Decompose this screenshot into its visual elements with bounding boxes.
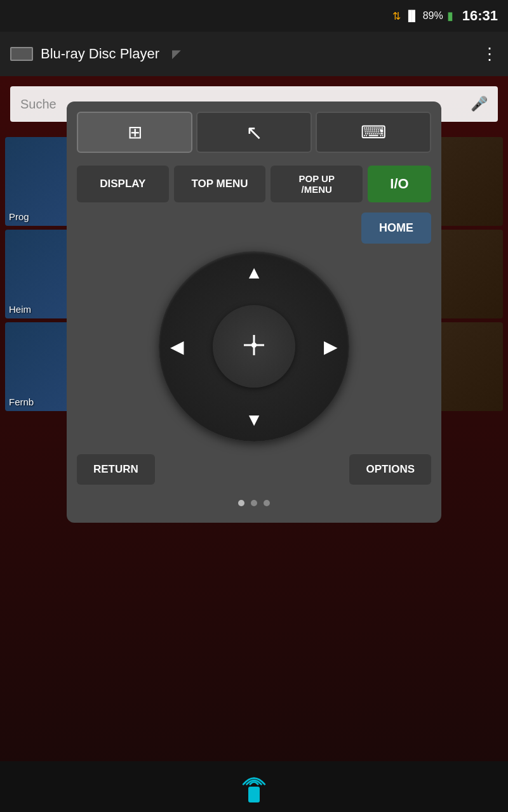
numpad-icon: ⊞ [128, 122, 142, 143]
dot-1 [238, 500, 244, 506]
popup-menu-button[interactable]: POP UP/MENU [271, 166, 363, 202]
remote-body-icon [248, 787, 260, 802]
return-button[interactable]: RETURN [77, 454, 155, 485]
signal-corner-icon: ◤ [172, 47, 181, 61]
home-button[interactable]: HOME [361, 213, 431, 244]
tab-keyboard[interactable]: ⌨ [316, 112, 431, 153]
signal-bars-icon: ▐▌ [404, 10, 419, 22]
battery-percentage: 89% [423, 10, 443, 22]
app-bar: Blu-ray Disc Player ◤ ⋮ [0, 32, 508, 76]
battery-icon: ▮ [447, 9, 453, 23]
power-icon: I/O [390, 176, 408, 192]
status-time: 16:31 [462, 8, 498, 24]
keyboard-icon: ⌨ [361, 122, 386, 143]
control-buttons-row: DISPLAY TOP MENU POP UP/MENU I/O [77, 166, 431, 202]
dpad: ▲ ▼ ◀ ▶ [159, 251, 349, 442]
app-title: Blu-ray Disc Player [41, 46, 159, 62]
dot-3 [264, 500, 270, 506]
display-button[interactable]: DISPLAY [77, 166, 169, 202]
remote-icon [239, 771, 269, 802]
app-bar-left: Blu-ray Disc Player ◤ [10, 46, 181, 62]
dpad-right-button[interactable]: ▶ [324, 336, 338, 357]
status-icons: ⇅ ▐▌ 89% ▮ 16:31 [392, 8, 498, 24]
home-row: HOME [77, 213, 431, 244]
microphone-icon[interactable]: 🎤 [471, 96, 488, 112]
data-transfer-icon: ⇅ [392, 10, 401, 22]
tab-cursor[interactable]: ↖ [196, 112, 312, 153]
thumb-label-4: Heim [9, 304, 31, 315]
dpad-center-button[interactable] [213, 305, 295, 388]
status-bar: ⇅ ▐▌ 89% ▮ 16:31 [0, 0, 508, 32]
dot-2 [251, 500, 257, 506]
dpad-container: ▲ ▼ ◀ ▶ [77, 251, 431, 442]
thumb-label-1: Prog [9, 211, 29, 222]
search-placeholder: Suche [20, 97, 57, 112]
tab-row: ⊞ ↖ ⌨ [77, 112, 431, 153]
dpad-up-button[interactable]: ▲ [245, 263, 263, 283]
top-menu-button[interactable]: TOP MENU [174, 166, 266, 202]
signal-arcs-icon [239, 771, 269, 785]
bottom-buttons-row: RETURN OPTIONS [77, 454, 431, 485]
dpad-down-button[interactable]: ▼ [245, 410, 263, 430]
dpad-left-button[interactable]: ◀ [170, 336, 184, 357]
remote-control-overlay: ⊞ ↖ ⌨ DISPLAY TOP MENU POP UP/MENU I/O H… [67, 102, 441, 523]
blu-ray-icon [10, 47, 33, 61]
more-options-button[interactable]: ⋮ [481, 44, 498, 64]
options-button[interactable]: OPTIONS [349, 454, 431, 485]
power-button[interactable]: I/O [368, 166, 431, 202]
cursor-icon: ↖ [246, 121, 263, 145]
dpad-center-icon [241, 332, 267, 360]
bottom-remote-bar [0, 761, 508, 812]
svg-point-2 [251, 343, 257, 348]
pagination-dots [77, 500, 431, 506]
thumb-label-7: Fernb [9, 396, 34, 407]
tab-numpad[interactable]: ⊞ [77, 112, 192, 153]
